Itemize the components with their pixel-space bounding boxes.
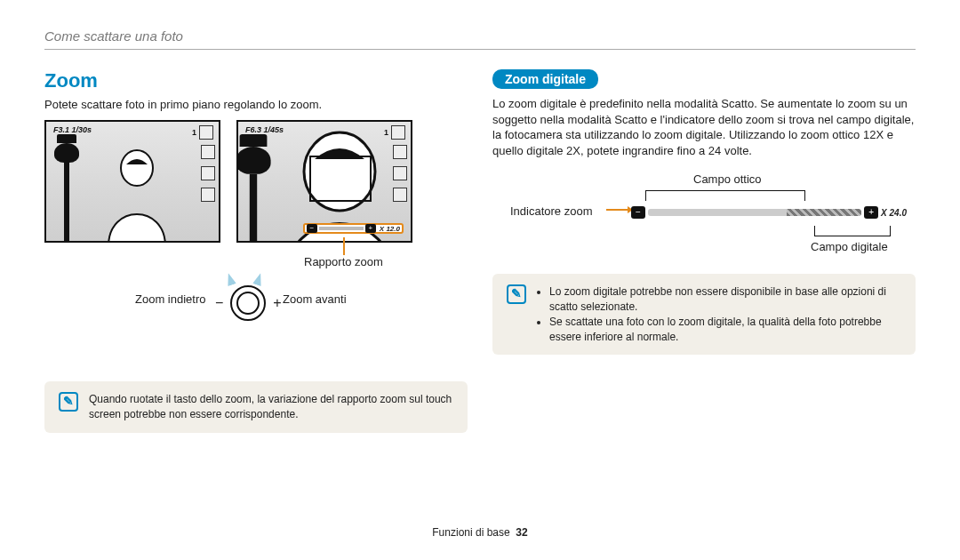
bracket-digital	[814, 226, 891, 236]
paragraph-digital-zoom: Lo zoom digitale è predefinito nella mod…	[492, 96, 916, 158]
bracket-optical	[645, 190, 805, 201]
svg-point-0	[121, 150, 153, 186]
subheading-digital-zoom: Zoom digitale	[492, 69, 598, 89]
pointer-arrow	[606, 209, 629, 211]
zoom-plus-icon: +	[365, 224, 376, 233]
zoom-indicator-diagram: Campo ottico Indicatore zoom − + X 24.0 …	[492, 169, 916, 267]
flash-icon	[201, 166, 215, 180]
zoom-ratio-value: X 12.0	[380, 225, 400, 233]
zoom-max-value: X 24.0	[881, 208, 907, 218]
note-box: ✎ Quando ruotate il tasto dello zoom, la…	[44, 381, 468, 433]
note-box: ✎ Lo zoom digitale potrebbe non essere d…	[492, 274, 916, 355]
footer-page: 32	[516, 526, 527, 539]
arrow-right-icon	[252, 272, 265, 286]
note-text: Quando ruotate il tasto dello zoom, la v…	[89, 392, 453, 422]
camera-preview-zoomed: F6.3 1/45s 1	[236, 120, 412, 243]
zoom-track	[648, 209, 861, 216]
focus-rect	[309, 156, 372, 202]
osd-shot-count: 1	[192, 128, 196, 137]
dial-plus: +	[273, 295, 281, 311]
zoom-minus-icon: −	[631, 206, 645, 219]
info-icon: ✎	[507, 284, 526, 304]
info-icon: ✎	[59, 392, 78, 412]
page-footer: Funzioni di base 32	[0, 526, 960, 539]
stabilizer-icon	[201, 188, 215, 202]
label-zoom-out: Zoom indietro	[135, 292, 205, 306]
mode-icon	[201, 145, 215, 159]
label-optical-range: Campo ottico	[693, 172, 762, 186]
footer-section: Funzioni di base	[432, 526, 509, 539]
intro-text: Potete scattare foto in primo piano rego…	[44, 98, 468, 111]
note-item: Lo zoom digitale potrebbe non essere dis…	[549, 284, 901, 315]
label-zoom-ratio: Rapporto zoom	[304, 255, 383, 268]
label-digital-range: Campo digitale	[811, 240, 888, 253]
label-zoom-in: Zoom avanti	[283, 292, 347, 306]
callout-line	[343, 237, 345, 255]
heading-zoom: Zoom	[44, 69, 468, 92]
camera-preview-wide: F3.1 1/30s 1	[44, 120, 220, 243]
zoom-minus-icon: −	[307, 224, 317, 233]
breadcrumb: Come scattare una foto	[44, 28, 916, 44]
dial-minus: −	[215, 295, 223, 311]
osd-exposure: F3.1 1/30s	[53, 125, 92, 134]
zoom-ratio-indicator: − + X 12.0	[303, 223, 404, 234]
subject-silhouette	[82, 141, 188, 243]
zoom-dial	[230, 285, 266, 321]
divider	[44, 49, 916, 50]
digital-segment	[787, 209, 861, 216]
preview-row: F3.1 1/30s 1	[44, 120, 468, 243]
note-item: Se scattate una foto con lo zoom digital…	[549, 315, 901, 345]
label-zoom-indicator: Indicatore zoom	[510, 204, 593, 218]
battery-icon	[199, 125, 213, 140]
arrow-left-icon	[224, 272, 236, 286]
note-list: Lo zoom digitale potrebbe non essere dis…	[537, 284, 901, 344]
zoom-plus-icon: +	[864, 206, 878, 219]
